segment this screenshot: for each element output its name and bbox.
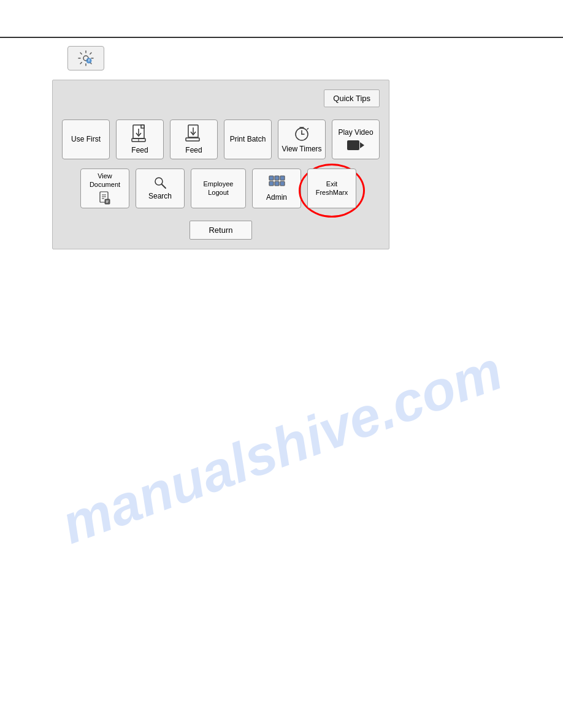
svg-marker-14 [360, 142, 364, 148]
svg-rect-13 [347, 140, 359, 150]
gear-icon [77, 50, 94, 67]
search-icon [153, 176, 167, 189]
quick-tips-row: Quick Tips [62, 89, 380, 107]
admin-icon [268, 175, 285, 191]
search-button[interactable]: Search [136, 169, 185, 208]
svg-rect-19 [105, 199, 110, 204]
view-document-label: ViewDocument [90, 172, 120, 188]
employee-logout-label: EmployeeLogout [204, 180, 234, 196]
svg-rect-25 [275, 176, 279, 180]
return-button[interactable]: Return [190, 221, 251, 240]
feed2-label: Feed [185, 146, 202, 154]
document-icon [98, 191, 112, 205]
feed2-icon [184, 124, 204, 143]
print-batch-button[interactable]: Print Batch [224, 119, 272, 159]
feed1-button[interactable]: Feed [116, 119, 164, 159]
view-timers-label: View Timers [282, 145, 321, 153]
buttons-row2: ViewDocument Search EmployeeLogout [62, 169, 380, 208]
feed1-icon [130, 124, 150, 143]
svg-rect-28 [275, 181, 279, 186]
search-label: Search [148, 192, 172, 200]
feed1-label: Feed [131, 146, 148, 154]
view-document-button[interactable]: ViewDocument [80, 169, 129, 208]
exit-freshmarx-button[interactable]: ExitFreshMarx [307, 169, 356, 208]
buttons-row1: Use First Feed [62, 119, 380, 159]
play-video-text: Play Video [338, 128, 373, 137]
watermark: manualshive.com [31, 294, 534, 601]
play-video-button[interactable]: Play Video [332, 119, 380, 159]
svg-rect-27 [269, 181, 274, 186]
top-border [0, 37, 563, 38]
svg-rect-24 [269, 176, 274, 180]
exit-freshmarx-container: ExitFreshMarx [307, 169, 356, 208]
svg-rect-26 [280, 176, 285, 180]
use-first-button[interactable]: Use First [62, 119, 110, 159]
employee-logout-button[interactable]: EmployeeLogout [191, 169, 246, 208]
print-batch-label: Print Batch [230, 135, 266, 143]
return-row: Return [62, 221, 380, 240]
feed2-button[interactable]: Feed [170, 119, 218, 159]
watermark-text: manualshive.com [54, 338, 511, 556]
svg-rect-9 [186, 138, 199, 141]
quick-tips-button[interactable]: Quick Tips [324, 89, 380, 107]
video-icon [347, 140, 365, 151]
svg-rect-29 [280, 181, 285, 186]
admin-button[interactable]: Admin [252, 169, 301, 208]
svg-point-22 [155, 178, 163, 185]
view-timers-button[interactable]: View Timers [278, 119, 326, 159]
main-panel: Quick Tips Use First Feed [52, 80, 389, 249]
timer-icon [293, 125, 310, 142]
settings-button[interactable] [67, 46, 104, 70]
admin-label: Admin [266, 193, 287, 202]
svg-rect-3 [141, 125, 144, 128]
exit-freshmarx-label: ExitFreshMarx [316, 180, 348, 196]
use-first-label: Use First [71, 135, 101, 143]
svg-line-23 [162, 184, 166, 188]
